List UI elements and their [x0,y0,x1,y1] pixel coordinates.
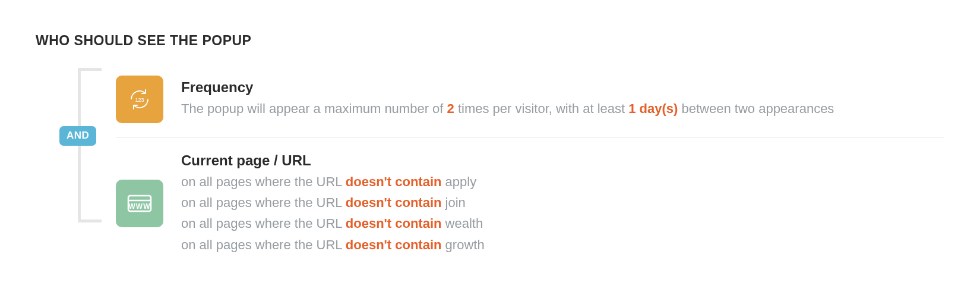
rule-url-line-operator: doesn't contain [346,237,442,252]
rule-frequency-title: Frequency [181,79,834,96]
frequency-icon: 123 [116,76,163,123]
svg-text:WWW: WWW [129,202,151,211]
connector-line-bottom [81,220,102,222]
rule-url-line-value: growth [441,237,484,252]
rule-url-line: on all pages where the URL doesn't conta… [181,234,485,255]
and-badge: AND [59,126,96,146]
rule-frequency-interval: 1 day(s) [628,101,678,116]
rule-frequency[interactable]: 123 Frequency The popup will appear a ma… [116,73,944,137]
rule-url-line-prefix: on all pages where the URL [181,174,346,189]
rule-url-line: on all pages where the URL doesn't conta… [181,192,485,213]
svg-text:123: 123 [135,97,144,103]
rule-frequency-desc: The popup will appear a maximum number o… [181,98,834,119]
rules-container: AND 123 Frequency The popup will appear … [36,73,944,269]
rule-url-line: on all pages where the URL doesn't conta… [181,213,485,234]
url-icon: WWW [116,180,163,227]
rule-url-line-value: wealth [441,216,483,231]
rule-url-line-value: join [441,195,465,210]
rule-url-title: Current page / URL [181,152,485,169]
rule-url[interactable]: WWW Current page / URL on all pages wher… [116,137,944,269]
rule-url-line-operator: doesn't contain [346,195,442,210]
rule-frequency-prefix: The popup will appear a maximum number o… [181,101,447,116]
connector-line-top [81,68,102,71]
rule-url-line-operator: doesn't contain [346,174,442,189]
rule-url-line-prefix: on all pages where the URL [181,216,346,231]
rule-url-line-prefix: on all pages where the URL [181,237,346,252]
rule-url-line-value: apply [441,174,476,189]
rule-url-line-prefix: on all pages where the URL [181,195,346,210]
rule-frequency-mid: times per visitor, with at least [454,101,628,116]
rule-frequency-max-times: 2 [447,101,454,116]
rule-frequency-suffix: between two appearances [678,101,834,116]
section-title: WHO SHOULD SEE THE POPUP [36,33,944,49]
rule-url-line: on all pages where the URL doesn't conta… [181,171,485,192]
rule-url-line-operator: doesn't contain [346,216,442,231]
